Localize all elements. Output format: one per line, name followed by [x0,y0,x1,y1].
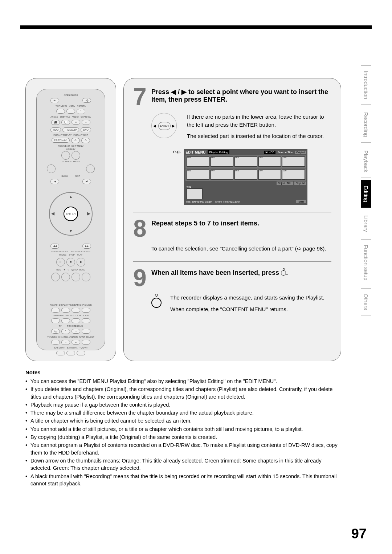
note-item: There may be a small difference between … [25,409,341,416]
step-7: 7 Press ◀ / ▶ to select a point where yo… [133,87,331,106]
thumb-003: 003 [235,156,239,159]
note-item: A title or chapter which is being edited… [25,417,341,424]
eg-label: e.g. [173,149,181,154]
instructions-panel: 7 Press ◀ / ▶ to select a point where yo… [123,78,341,361]
step-number: 7 [133,87,151,106]
nav-arrows-icon: ◀ / ▶ [171,88,187,95]
screen-hdd: HDD [269,151,274,154]
page-number: 97 [351,526,367,542]
note-item: You can access the "EDIT MENU Playlist E… [25,378,341,385]
screen-object-title: Object :Title [277,182,293,185]
thumb-010: 010 [283,170,286,172]
ftr-start: Start [296,200,306,203]
note-item: You cannot program a Playlist of content… [25,441,341,456]
thumb-007: 007 [211,170,215,172]
step7-para1: If there are no parts in the lower area,… [187,113,331,129]
mini-dpad-enter: ENTER [158,122,171,130]
circle-button-icon [151,294,162,313]
step9-body: The recorder displays a message, and sta… [151,294,331,313]
ui-screen-mock: EDIT MENU Playlist Editing 📼 HDD Source:… [184,149,307,205]
note-item: Down arrow on the thumbnails means: Oran… [25,457,341,472]
circle-key-icon [281,270,286,276]
step9-para2: When complete, the "CONTENT MENU" return… [170,305,331,313]
screen-edit-menu: EDIT MENU [185,150,205,154]
step-title: When all items have been inserted, press… [151,268,331,288]
step9-para1: The recorder displays a message, and sta… [170,294,331,302]
screen-playlist-editing: Playlist Editing [208,150,229,154]
separator [133,261,331,262]
low-thumb-num: 002 [187,186,306,188]
low-sub-num: 001 [187,186,191,188]
thumb-006: 006 [187,170,191,172]
step-9: 9 When all items have been inserted, pre… [133,268,331,288]
notes-section: Notes You can access the "EDIT MENU Play… [25,361,341,487]
thumb-002: 002 [211,156,215,159]
ftr-entire-label: Entire Time: [215,200,229,203]
example-screen: e.g. EDIT MENU Playlist Editing 📼 HDD So… [173,149,331,205]
notes-heading: Notes [25,368,341,376]
remote-dpad: ▲ ▼ ◀ ▶ ENTER [49,192,93,236]
mini-dpad-icon: ◀ENTER▶ [151,113,177,138]
step-title: Press ◀ / ▶ to select a point where you … [151,87,331,106]
step9-title: When all items have been inserted, press [151,269,281,276]
note-item: By copying (dubbing) a Playlist, a title… [25,433,341,441]
tab-editing: Editing [361,180,371,208]
step-title: Repeat steps 5 to 7 to insert items. [151,219,331,238]
screen-original: Original [295,151,306,154]
step7-title-a: Press [151,88,171,95]
note-item: If you delete titles and chapters (Origi… [25,386,341,400]
tab-playback: Playback [361,145,371,178]
step8-text-b: page 98). [302,245,326,252]
thumb-009: 009 [259,170,263,172]
step9-title-suffix: . [286,269,288,276]
side-tabs: Introduction Recording Playback Editing … [361,65,372,318]
remote-illustration: OPEN/CLOSE ⏏I/⏻ TOP MENU MENU RETURN ⌃ A… [25,78,116,361]
thumb-008: 008 [235,170,239,172]
screen-playlist: PlayList [294,182,306,185]
tab-recording: Recording [361,107,371,142]
note-item: Playback may pause if a gap between the … [25,401,341,408]
ftr-entire-val: 00:13:45 [229,200,240,203]
tab-function-setup: Function setup [361,239,371,286]
page-ref-arrow-icon: ➪ [297,245,302,252]
step8-text-a: To cancel the selection, see "Cancelling… [151,245,297,252]
separator [133,212,331,212]
thumb-001: 001 [187,156,191,159]
note-item: A black thumbnail with "Recording" means… [25,473,341,488]
step7-para2: The selected part is inserted at the loc… [187,132,331,140]
screen-source-title: Source:Title [278,151,293,154]
step-number: 9 [133,268,151,288]
header-rule [20,25,372,29]
ftr-title-val: 2004/05/07 10:30 [192,200,212,203]
tab-others: Others [361,288,371,315]
tab-introduction: Introduction [361,65,371,105]
remote-enter-button: ENTER [64,207,78,221]
step-8: 8 Repeat steps 5 to 7 to insert items. [133,219,331,238]
thumb-005: 005 [283,156,286,159]
step7-body: ◀ENTER▶ If there are no parts in the low… [151,113,331,140]
note-item: You cannot add a title of still pictures… [25,425,341,433]
step-number: 8 [133,219,151,238]
tab-library: Library [361,210,371,237]
step8-body: To cancel the selection, see "Cancelling… [151,245,331,253]
ftr-title-label: Title: [185,200,191,203]
thumb-004: 004 [259,156,263,159]
